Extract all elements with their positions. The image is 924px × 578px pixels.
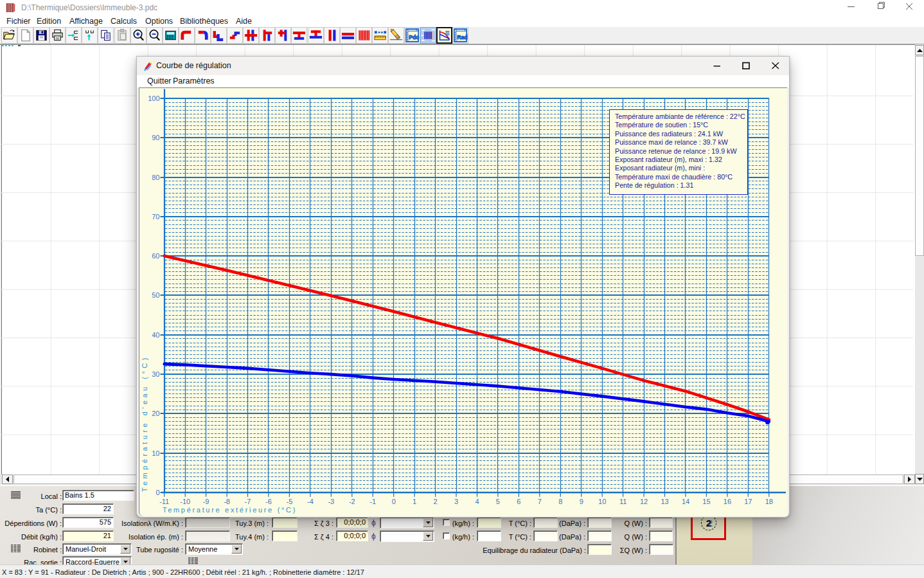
svg-text:-10: -10	[180, 498, 190, 505]
svg-text:10: 10	[152, 449, 159, 457]
svg-text:10: 10	[598, 498, 606, 505]
svg-text:40: 40	[152, 331, 159, 339]
svg-text:100: 100	[148, 95, 159, 102]
svg-text:0: 0	[392, 498, 396, 505]
svg-text:13: 13	[661, 498, 668, 505]
svg-text:20: 20	[152, 410, 159, 417]
svg-text:18: 18	[765, 498, 773, 505]
svg-text:14: 14	[682, 498, 689, 505]
svg-text:0: 0	[155, 489, 159, 496]
svg-text:15: 15	[702, 498, 710, 505]
svg-text:-1: -1	[369, 498, 376, 505]
svg-text:-11: -11	[159, 498, 169, 505]
svg-text:8: 8	[558, 498, 562, 505]
svg-text:17: 17	[744, 498, 752, 505]
svg-text:-2: -2	[349, 498, 355, 505]
svg-text:12: 12	[640, 498, 648, 505]
svg-text:6: 6	[517, 498, 520, 505]
svg-text:-5: -5	[287, 498, 293, 505]
svg-text:Température extérieure (°C): Température extérieure (°C)	[163, 506, 297, 514]
svg-text:-4: -4	[307, 498, 314, 505]
svg-text:80: 80	[152, 174, 159, 181]
svg-text:-7: -7	[245, 498, 251, 505]
svg-text:11: 11	[619, 498, 626, 505]
svg-text:9: 9	[580, 498, 583, 505]
svg-text:3: 3	[454, 498, 458, 505]
svg-text:Température d'eau (°C): Température d'eau (°C)	[141, 355, 148, 492]
svg-text:-9: -9	[203, 498, 209, 505]
svg-text:60: 60	[152, 252, 159, 260]
svg-text:16: 16	[724, 498, 731, 505]
svg-text:5: 5	[496, 498, 500, 505]
svg-text:30: 30	[152, 370, 159, 378]
svg-text:70: 70	[152, 213, 159, 221]
svg-text:7: 7	[538, 498, 542, 505]
svg-text:-8: -8	[224, 498, 230, 505]
svg-text:50: 50	[152, 291, 159, 299]
svg-text:-6: -6	[265, 498, 272, 505]
svg-text:2: 2	[434, 498, 438, 505]
svg-text:4: 4	[475, 498, 479, 505]
svg-text:1: 1	[413, 498, 416, 505]
svg-text:90: 90	[152, 134, 159, 141]
svg-text:-3: -3	[328, 498, 334, 505]
